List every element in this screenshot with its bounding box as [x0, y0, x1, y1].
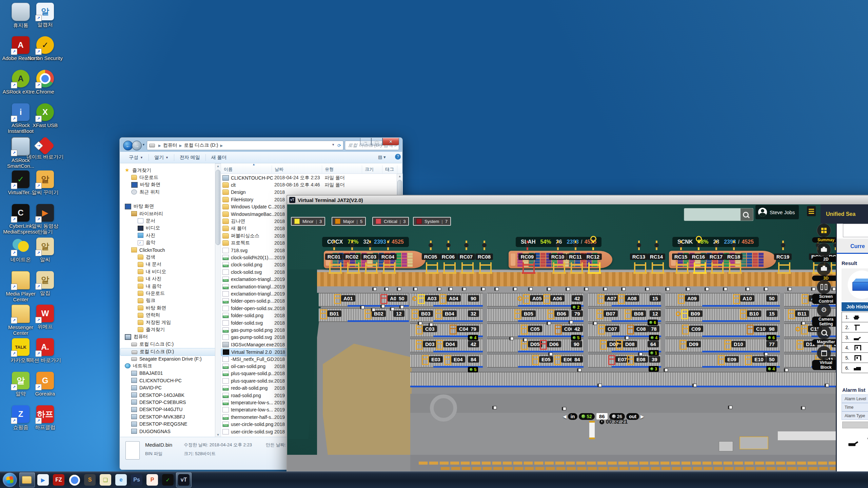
rtg-crane-icon-B02[interactable] — [364, 309, 372, 319]
rtg-crane-icon-A04[interactable] — [439, 294, 447, 304]
rtg-crane-icon-C11[interactable] — [801, 325, 808, 334]
tree-item-검색[interactable]: 검색 — [120, 253, 220, 261]
yard-block-B03[interactable]: B03 — [419, 310, 433, 317]
job-row-2[interactable]: 2. — [842, 322, 868, 332]
yard-block-A09[interactable]: A09 — [685, 295, 699, 302]
tree-item-바탕-화면[interactable]: 바탕 화면 — [120, 181, 220, 188]
rtg-crane-icon-E10[interactable] — [745, 355, 752, 365]
breadcrumb-computer[interactable]: 컴퓨터 — [163, 142, 177, 148]
quay-crane-RC19[interactable]: ×RC19 — [775, 241, 790, 275]
tree-item-음악[interactable]: 음악 — [120, 239, 220, 246]
side-button-camera-setting[interactable]: ⚙ — [817, 303, 831, 317]
yard-block-B01[interactable]: B01 — [327, 310, 341, 317]
taskbar-item-photoshop[interactable]: Ps — [129, 473, 144, 487]
rtg-crane-icon-C07[interactable] — [598, 325, 605, 334]
rtg-crane-icon-B08[interactable] — [625, 309, 632, 319]
yard-block-A05[interactable]: A05 — [530, 295, 544, 302]
rtg-crane-icon-D08[interactable] — [616, 340, 623, 350]
tree-item-CLICKNTOUCH-PC[interactable]: CLICKNTOUCH-PC — [120, 377, 220, 384]
yard-block-B06[interactable]: B06 — [554, 310, 569, 317]
quay-crane-RC04[interactable]: ×RC04 — [380, 241, 395, 275]
yard-block-B09[interactable]: B09 — [688, 310, 703, 317]
quay-crane-RC12[interactable]: ×RC12 — [586, 241, 600, 275]
rtg-crane-icon-A08[interactable] — [618, 294, 625, 304]
yard-block-A07[interactable]: A07 — [605, 295, 619, 302]
address-dropdown-icon[interactable]: ▼ — [332, 143, 335, 148]
address-bar[interactable]: ▶ 컴퓨터 ▶ 로컬 디스크 (D:) ▶ ▼ ⟳ — [147, 141, 343, 150]
rtg-crane-icon-C05[interactable] — [521, 325, 528, 334]
alarm-filter-alarm-type[interactable]: Alarm Type — [842, 411, 868, 420]
tree-item-네트워크[interactable]: 네트워크 — [120, 362, 219, 369]
rtg-crane-icon-B05[interactable] — [514, 309, 521, 319]
tree-item-DESKTOP-14OJABK[interactable]: DESKTOP-14OJABK — [120, 391, 220, 399]
column-header-4[interactable]: 태그 — [382, 165, 397, 174]
rtg-crane-icon-D10[interactable] — [724, 340, 731, 350]
vt-titlebar[interactable]: vT Virtual Terminal JAT2(V2.0) — [287, 196, 868, 205]
yard-block-D04[interactable]: D04 — [443, 341, 457, 347]
column-header-0[interactable]: 이름 — [221, 165, 272, 174]
rtg-crane-icon-C08[interactable] — [627, 325, 634, 334]
rtg-crane-icon-D11[interactable] — [796, 340, 804, 350]
quay-crane-RC14[interactable]: ×RC14 — [649, 241, 664, 275]
menu-button[interactable] — [807, 206, 816, 216]
yard-block-B07[interactable]: B07 — [604, 310, 618, 317]
tree-item-DESKTOP-REQGSNE[interactable]: DESKTOP-REQGSNE — [120, 421, 220, 428]
job-row-6[interactable]: 6. — [842, 363, 868, 373]
alarm-chip-major[interactable]: Major|5 — [332, 217, 366, 226]
yard-block-D03[interactable]: D03 — [423, 341, 437, 347]
yard-block-C10[interactable]: C10 — [754, 326, 768, 332]
gate-left-arrow[interactable]: ◀ — [563, 414, 567, 419]
rtg-crane-icon-A05[interactable] — [523, 294, 530, 304]
toolbar-open[interactable]: 열기▼ — [150, 154, 173, 162]
desktop-icon-halfclub[interactable]: 하프↗하프클럽 — [26, 405, 64, 430]
desktop-icon-xfast-usb[interactable]: X↗XFast USB — [26, 103, 64, 128]
panel-search-input[interactable] — [843, 224, 868, 237]
rtg-crane-icon-B09[interactable] — [681, 309, 688, 319]
rtg-crane-icon-A06[interactable] — [543, 294, 550, 304]
file-row[interactable]: clt2018-08-16 오후 4:46파일 폴더 — [221, 181, 397, 188]
tree-item-DAVID-PC[interactable]: DAVID-PC — [120, 384, 220, 391]
rtg-crane-icon-C06[interactable] — [555, 325, 562, 334]
tree-item-저장된-게임[interactable]: 저장된 게임 — [120, 319, 220, 326]
quay-crane-RC18[interactable]: ×RC18 — [726, 241, 741, 275]
desktop-icon-alcapture[interactable]: 알↗알캡처 — [26, 3, 64, 27]
tree-item-문서[interactable]: 문서 — [120, 217, 220, 224]
quay-crane-RC03[interactable]: ×RC03 — [362, 241, 377, 275]
tree-item-컴퓨터[interactable]: 컴퓨터 — [120, 333, 219, 341]
job-row-3[interactable]: 3. — [842, 332, 868, 343]
toolbar-organize[interactable]: 구성▼ — [125, 154, 147, 162]
yard-block-E10[interactable]: E10 — [752, 356, 766, 363]
desktop-icon-wemakeprice[interactable]: W↗위메프 — [26, 305, 64, 329]
quay-crane-RC07[interactable]: ×RC07 — [459, 241, 474, 275]
yard-block-A01[interactable]: A01 — [341, 295, 355, 302]
yard-block-D06[interactable]: D06 — [547, 341, 561, 347]
tree-item-즐겨찾기[interactable]: 즐겨찾기 — [120, 167, 219, 174]
rtg-crane-icon-B11[interactable] — [788, 309, 795, 319]
rtg-crane-icon-A09[interactable] — [678, 294, 685, 304]
quay-crane-RC01[interactable]: ×RC01 — [327, 241, 341, 275]
yard-block-A04[interactable]: A04 — [447, 295, 461, 302]
side-button-2d[interactable] — [817, 243, 831, 257]
alarm-chip-system[interactable]: System|7 — [413, 217, 451, 226]
yard-block-B08[interactable]: B08 — [632, 310, 646, 317]
yard-block-C05[interactable]: C05 — [528, 326, 542, 332]
yard-block-E08[interactable]: E08 — [634, 356, 648, 363]
desktop-icon-alsee-decorate[interactable]: 알↗알씨 꾸미기 — [26, 170, 64, 195]
tree-item-DESKTOP-MVK3BFJ[interactable]: DESKTOP-MVK3BFJ — [120, 413, 220, 420]
rtg-crane-icon-C04[interactable] — [450, 325, 457, 334]
rtg-crane-icon-B06[interactable] — [547, 309, 554, 319]
rtg-crane-icon-D04[interactable] — [436, 340, 443, 350]
rtg-crane-icon-C03[interactable] — [416, 325, 423, 334]
toolbar-email[interactable]: 전자 메일 — [176, 154, 204, 162]
desktop-icon-norton-security[interactable]: ✓↗Norton Security — [26, 36, 64, 61]
toolbar-new-folder[interactable]: 새 폴더 — [207, 154, 231, 162]
tree-item-바탕-화면[interactable]: 바탕 화면 — [120, 304, 220, 311]
yard-block-B10[interactable]: B10 — [747, 310, 761, 317]
quay-crane-RC15[interactable]: ×RC15 — [673, 241, 688, 275]
minimize-button[interactable]: – — [360, 138, 371, 145]
yard-block-E03[interactable]: E03 — [429, 356, 443, 363]
quay-crane-RC10[interactable]: ×RC10 — [550, 241, 565, 275]
rtg-crane-icon-D09[interactable] — [679, 340, 687, 350]
tree-item-링크[interactable]: 링크 — [120, 297, 220, 304]
tree-item-로컬-디스크-C-[interactable]: 로컬 디스크 (C:) — [120, 341, 220, 348]
